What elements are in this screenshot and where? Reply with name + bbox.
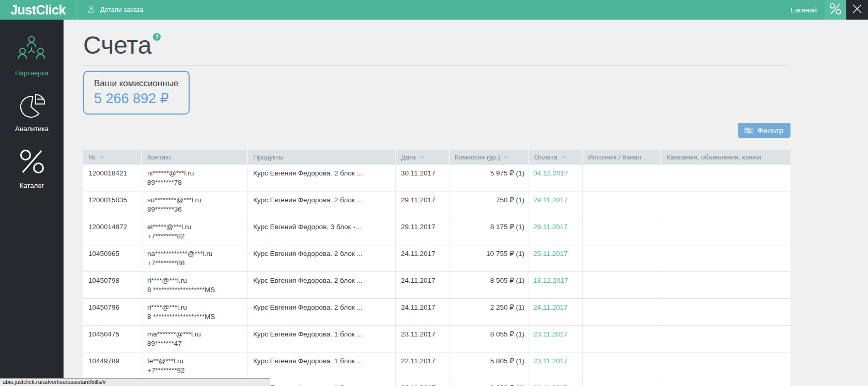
column-header-label: Дата <box>401 153 416 161</box>
contact-email: ni******@***l.ru <box>147 169 242 178</box>
cell-date: 24.11.2017 <box>396 245 450 271</box>
justclick-logo[interactable]: JustClick <box>0 3 76 18</box>
sidebar: Партнерка Аналитика Каталог <box>0 20 64 386</box>
column-header: Продукты <box>248 150 396 165</box>
cell-campaign <box>661 326 791 352</box>
column-header-label: Контакт <box>147 153 172 161</box>
table-row: 1200014872el*****@***l.ru+7********82Кур… <box>83 218 791 245</box>
contact-phone: 89*******36 <box>147 205 242 214</box>
filter-button-label: Фильтр <box>757 126 783 135</box>
cell-source <box>583 165 661 191</box>
cell-payment-date: 29.11.2017 <box>529 218 583 245</box>
cell-payment-date: 04.12.2017 <box>529 165 583 191</box>
title-divider <box>83 65 791 66</box>
cell-source <box>583 299 661 325</box>
column-header-label: Кампания, объявления, ключи <box>667 153 761 161</box>
column-header[interactable]: Комиссия (ур.) <box>450 150 529 165</box>
table-row: 10450475ma*******@***l.ru89*******47Курс… <box>83 326 791 352</box>
close-icon <box>853 4 862 15</box>
cell-product: Курс Евгений Федоров. 3 блок -... <box>248 218 396 245</box>
cell-campaign <box>661 165 791 191</box>
contact-email: su********@***l.ru <box>147 196 242 205</box>
column-header-label: Оплата <box>534 153 557 161</box>
cell-bill-number: 1200015035 <box>83 191 142 218</box>
cell-date: 29.11.2017 <box>396 218 450 245</box>
topbar-right: Евгений <box>791 0 868 20</box>
cell-payment-date: 24.11.2017 <box>529 299 583 325</box>
cell-date: 24.11.2017 <box>396 272 450 298</box>
table-row: 10450796ri****@***l.ru8 ****************… <box>83 299 791 326</box>
sidebar-item-catalog[interactable]: Каталог <box>18 148 46 189</box>
cell-commission: 8 175 ₽ (1) <box>450 218 529 245</box>
cell-campaign <box>661 218 791 245</box>
column-header-label: № <box>88 153 96 161</box>
user-name[interactable]: Евгений <box>791 6 817 14</box>
contact-phone: +7********92 <box>147 366 242 375</box>
order-details-label: Детали заказа <box>100 6 143 13</box>
bills-table: №КонтактПродуктыДатаКомиссия (ур.)Оплата… <box>83 150 791 386</box>
cell-campaign <box>661 379 791 386</box>
page-title-text: Счета <box>83 31 151 59</box>
contact-email: ri****@***l.ru <box>147 303 242 312</box>
cell-source <box>583 352 661 379</box>
filter-button[interactable]: Фильтр <box>738 123 791 138</box>
partners-icon <box>17 35 47 65</box>
cell-bill-number: 1200014872 <box>83 218 142 245</box>
cell-commission: 10 755 ₽ (1) <box>450 245 529 271</box>
affiliate-percent-button[interactable] <box>825 0 846 20</box>
cell-product: Курс Евгения Федорова. 1 блок ... <box>248 352 396 379</box>
contact-phone: 8 *******************MS <box>147 312 242 321</box>
contact-phone: +7********82 <box>147 232 242 241</box>
cell-campaign <box>661 191 791 218</box>
column-header[interactable]: № <box>83 150 142 165</box>
column-header-label: Комиссия (ур.) <box>455 153 500 161</box>
contact-email: el*****@***l.ru <box>147 222 242 232</box>
sort-icon <box>561 156 566 159</box>
cell-date: 29.11.2017 <box>396 191 450 218</box>
cell-contact: na************@***l.ru+7********88 <box>142 245 248 271</box>
order-details-nav[interactable]: Детали заказа <box>76 5 143 15</box>
cell-payment-date: 29.11.2017 <box>529 191 583 218</box>
contact-email: ma*******@***l.ru <box>147 330 242 339</box>
close-button[interactable] <box>846 0 868 20</box>
table-row: 10450965na************@***l.ru+7********… <box>83 245 791 272</box>
table-body: 1200018421ni******@***l.ru89*******78Кур… <box>83 165 791 386</box>
cell-commission: 2 250 ₽ (1) <box>450 299 529 325</box>
cell-payment-date: 25.11.2017 <box>529 245 583 271</box>
pie-chart-icon <box>18 92 45 120</box>
cell-product: Курс Евгения Федорова. 2 блок ... <box>248 191 396 218</box>
sort-icon <box>420 156 425 159</box>
column-header[interactable]: Дата <box>396 150 450 165</box>
cell-contact: el*****@***l.ru+7********82 <box>142 218 248 245</box>
cell-product: Курс Евгения Федорова. 2 блок ... <box>248 245 396 271</box>
column-header: Кампания, объявления, ключи <box>661 150 791 165</box>
cell-date: 22.11.2017 <box>396 379 450 386</box>
cell-bill-number: 10450475 <box>83 326 142 352</box>
table-row: 10450798ri****@***l.ru8 ****************… <box>83 272 791 299</box>
main-content: Счета? Ваши комиссионные 5 266 892 ₽ Фил… <box>64 31 868 386</box>
cell-campaign <box>661 299 791 325</box>
cell-payment-date: 23.11.2017 <box>529 352 583 379</box>
sidebar-item-partnerka[interactable]: Партнерка <box>15 35 48 77</box>
cell-date: 22.11.2017 <box>396 352 450 379</box>
sidebar-item-label: Аналитика <box>15 125 48 133</box>
cell-date: 30.11.2017 <box>396 165 450 191</box>
cell-source <box>583 218 661 245</box>
sidebar-item-analytics[interactable]: Аналитика <box>15 92 48 133</box>
topbar: JustClick Детали заказа Евгений <box>0 0 868 20</box>
cell-contact: ri****@***l.ru8 *******************MS <box>142 272 248 298</box>
cell-product: Курс Евгения Федорова. 2 блок ... <box>248 165 396 191</box>
contact-email: na************@***l.ru <box>147 249 242 259</box>
person-icon <box>87 5 96 15</box>
column-header[interactable]: Оплата <box>529 150 583 165</box>
cell-bill-number: 10449789 <box>83 352 142 379</box>
contact-phone: 8 *******************MS <box>147 285 242 295</box>
commission-amount: 5 266 892 ₽ <box>94 90 178 107</box>
cell-source <box>583 272 661 298</box>
table-row: 10449789fe**@***l.ru+7********92Курс Евг… <box>83 352 791 379</box>
cell-commission: 5 975 ₽ (1) <box>450 165 529 191</box>
contact-phone: 89*******78 <box>147 178 242 187</box>
cell-product: Курс Евгения Федорова. 2 блок ... <box>248 272 396 298</box>
help-badge[interactable]: ? <box>153 33 161 41</box>
column-header: Источник / Канал <box>583 150 661 165</box>
